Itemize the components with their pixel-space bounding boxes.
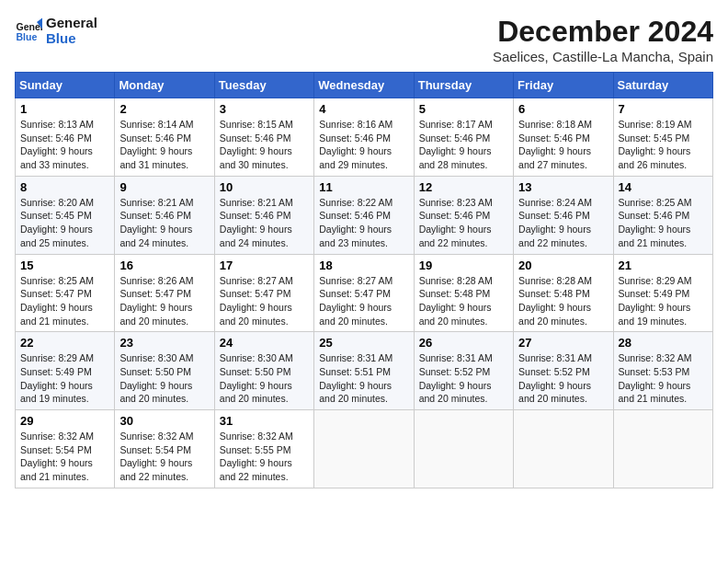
day-info: Sunrise: 8:32 AMSunset: 5:54 PMDaylight:… [20, 430, 109, 484]
weekday-header-cell: Wednesday [314, 73, 414, 98]
logo-icon: General Blue [15, 17, 42, 44]
logo-line2: Blue [46, 30, 97, 46]
day-info: Sunrise: 8:30 AMSunset: 5:50 PMDaylight:… [220, 351, 309, 406]
day-info: Sunrise: 8:31 AMSunset: 5:52 PMDaylight:… [419, 351, 508, 406]
svg-text:Blue: Blue [17, 31, 38, 42]
day-info: Sunrise: 8:31 AMSunset: 5:52 PMDaylight:… [518, 351, 608, 406]
weekday-header-cell: Saturday [613, 73, 712, 98]
day-number: 25 [319, 336, 408, 350]
calendar-week-row: 1Sunrise: 8:13 AMSunset: 5:46 PMDaylight… [16, 98, 713, 177]
day-number: 5 [419, 102, 508, 116]
calendar-day-cell: 10Sunrise: 8:21 AMSunset: 5:46 PMDayligh… [214, 176, 313, 254]
day-number: 30 [119, 414, 209, 428]
calendar-day-cell: 18Sunrise: 8:27 AMSunset: 5:47 PMDayligh… [314, 254, 414, 332]
weekday-header-cell: Sunday [16, 73, 115, 98]
day-info: Sunrise: 8:27 AMSunset: 5:47 PMDaylight:… [220, 274, 309, 328]
calendar-day-cell: 12Sunrise: 8:23 AMSunset: 5:46 PMDayligh… [414, 176, 513, 254]
day-number: 22 [20, 336, 109, 350]
calendar-table: SundayMondayTuesdayWednesdayThursdayFrid… [15, 72, 713, 488]
day-number: 19 [419, 259, 508, 272]
day-info: Sunrise: 8:28 AMSunset: 5:48 PMDaylight:… [518, 274, 608, 328]
weekday-header-cell: Friday [514, 73, 613, 98]
day-info: Sunrise: 8:24 AMSunset: 5:46 PMDaylight:… [518, 196, 608, 250]
day-info: Sunrise: 8:15 AMSunset: 5:46 PMDaylight:… [220, 118, 309, 172]
day-number: 2 [119, 102, 209, 116]
day-number: 9 [119, 180, 209, 194]
weekday-header-cell: Monday [115, 73, 214, 98]
calendar-day-cell [314, 410, 414, 488]
day-number: 4 [319, 102, 408, 116]
day-number: 13 [518, 180, 608, 194]
calendar-day-cell: 26Sunrise: 8:31 AMSunset: 5:52 PMDayligh… [414, 332, 513, 410]
logo: General Blue General Blue [15, 15, 97, 46]
calendar-day-cell: 6Sunrise: 8:18 AMSunset: 5:46 PMDaylight… [514, 98, 613, 177]
day-info: Sunrise: 8:23 AMSunset: 5:46 PMDaylight:… [419, 196, 508, 250]
calendar-body: 1Sunrise: 8:13 AMSunset: 5:46 PMDaylight… [16, 98, 713, 488]
day-info: Sunrise: 8:32 AMSunset: 5:55 PMDaylight:… [220, 430, 309, 484]
day-number: 26 [419, 336, 508, 350]
day-info: Sunrise: 8:25 AMSunset: 5:46 PMDaylight:… [619, 196, 708, 250]
day-info: Sunrise: 8:22 AMSunset: 5:46 PMDaylight:… [319, 196, 408, 250]
day-number: 7 [619, 102, 708, 116]
calendar-day-cell: 29Sunrise: 8:32 AMSunset: 5:54 PMDayligh… [16, 410, 115, 488]
day-info: Sunrise: 8:13 AMSunset: 5:46 PMDaylight:… [20, 118, 109, 172]
month-title: December 2024 [493, 15, 713, 49]
day-number: 23 [119, 336, 209, 350]
calendar-week-row: 15Sunrise: 8:25 AMSunset: 5:47 PMDayligh… [16, 254, 713, 332]
calendar-day-cell: 11Sunrise: 8:22 AMSunset: 5:46 PMDayligh… [314, 176, 414, 254]
day-info: Sunrise: 8:32 AMSunset: 5:53 PMDaylight:… [619, 351, 708, 406]
day-info: Sunrise: 8:25 AMSunset: 5:47 PMDaylight:… [20, 274, 109, 328]
calendar-day-cell: 25Sunrise: 8:31 AMSunset: 5:51 PMDayligh… [314, 332, 414, 410]
calendar-day-cell: 17Sunrise: 8:27 AMSunset: 5:47 PMDayligh… [214, 254, 313, 332]
calendar-day-cell [514, 410, 613, 488]
day-info: Sunrise: 8:21 AMSunset: 5:46 PMDaylight:… [220, 196, 309, 250]
calendar-day-cell: 8Sunrise: 8:20 AMSunset: 5:45 PMDaylight… [16, 176, 115, 254]
day-info: Sunrise: 8:20 AMSunset: 5:45 PMDaylight:… [20, 196, 109, 250]
calendar-day-cell: 27Sunrise: 8:31 AMSunset: 5:52 PMDayligh… [514, 332, 613, 410]
day-number: 14 [619, 180, 708, 194]
day-info: Sunrise: 8:28 AMSunset: 5:48 PMDaylight:… [419, 274, 508, 328]
day-info: Sunrise: 8:29 AMSunset: 5:49 PMDaylight:… [619, 274, 708, 328]
calendar-day-cell: 19Sunrise: 8:28 AMSunset: 5:48 PMDayligh… [414, 254, 513, 332]
day-info: Sunrise: 8:18 AMSunset: 5:46 PMDaylight:… [518, 118, 608, 172]
calendar-week-row: 29Sunrise: 8:32 AMSunset: 5:54 PMDayligh… [16, 410, 713, 488]
weekday-header-row: SundayMondayTuesdayWednesdayThursdayFrid… [16, 73, 713, 98]
day-info: Sunrise: 8:16 AMSunset: 5:46 PMDaylight:… [319, 118, 408, 172]
day-info: Sunrise: 8:27 AMSunset: 5:47 PMDaylight:… [319, 274, 408, 328]
calendar-day-cell: 1Sunrise: 8:13 AMSunset: 5:46 PMDaylight… [16, 98, 115, 177]
day-number: 12 [419, 180, 508, 194]
calendar-day-cell: 21Sunrise: 8:29 AMSunset: 5:49 PMDayligh… [613, 254, 712, 332]
calendar-day-cell: 9Sunrise: 8:21 AMSunset: 5:46 PMDaylight… [115, 176, 214, 254]
day-info: Sunrise: 8:21 AMSunset: 5:46 PMDaylight:… [119, 196, 209, 250]
calendar-day-cell: 7Sunrise: 8:19 AMSunset: 5:45 PMDaylight… [613, 98, 712, 177]
day-number: 24 [220, 336, 309, 350]
day-number: 11 [319, 180, 408, 194]
day-info: Sunrise: 8:17 AMSunset: 5:46 PMDaylight:… [419, 118, 508, 172]
day-number: 10 [220, 180, 309, 194]
calendar-day-cell: 22Sunrise: 8:29 AMSunset: 5:49 PMDayligh… [16, 332, 115, 410]
calendar-week-row: 8Sunrise: 8:20 AMSunset: 5:45 PMDaylight… [16, 176, 713, 254]
calendar-day-cell: 31Sunrise: 8:32 AMSunset: 5:55 PMDayligh… [214, 410, 313, 488]
calendar-week-row: 22Sunrise: 8:29 AMSunset: 5:49 PMDayligh… [16, 332, 713, 410]
day-info: Sunrise: 8:30 AMSunset: 5:50 PMDaylight:… [119, 351, 209, 406]
day-number: 29 [20, 414, 109, 428]
day-number: 17 [220, 259, 309, 272]
day-info: Sunrise: 8:31 AMSunset: 5:51 PMDaylight:… [319, 351, 408, 406]
day-info: Sunrise: 8:19 AMSunset: 5:45 PMDaylight:… [619, 118, 708, 172]
calendar-day-cell: 3Sunrise: 8:15 AMSunset: 5:46 PMDaylight… [214, 98, 313, 177]
calendar-day-cell: 5Sunrise: 8:17 AMSunset: 5:46 PMDaylight… [414, 98, 513, 177]
day-info: Sunrise: 8:14 AMSunset: 5:46 PMDaylight:… [119, 118, 209, 172]
calendar-day-cell: 4Sunrise: 8:16 AMSunset: 5:46 PMDaylight… [314, 98, 414, 177]
calendar-day-cell: 30Sunrise: 8:32 AMSunset: 5:54 PMDayligh… [115, 410, 214, 488]
calendar-day-cell [613, 410, 712, 488]
day-number: 16 [119, 259, 209, 272]
logo-line1: General [46, 15, 97, 30]
day-number: 3 [220, 102, 309, 116]
page-header: General Blue General Blue December 2024 … [15, 15, 713, 64]
day-number: 20 [518, 259, 608, 272]
calendar-day-cell: 16Sunrise: 8:26 AMSunset: 5:47 PMDayligh… [115, 254, 214, 332]
title-area: December 2024 Saelices, Castille-La Manc… [493, 15, 713, 64]
day-number: 18 [319, 259, 408, 272]
day-info: Sunrise: 8:26 AMSunset: 5:47 PMDaylight:… [119, 274, 209, 328]
day-number: 28 [619, 336, 708, 350]
